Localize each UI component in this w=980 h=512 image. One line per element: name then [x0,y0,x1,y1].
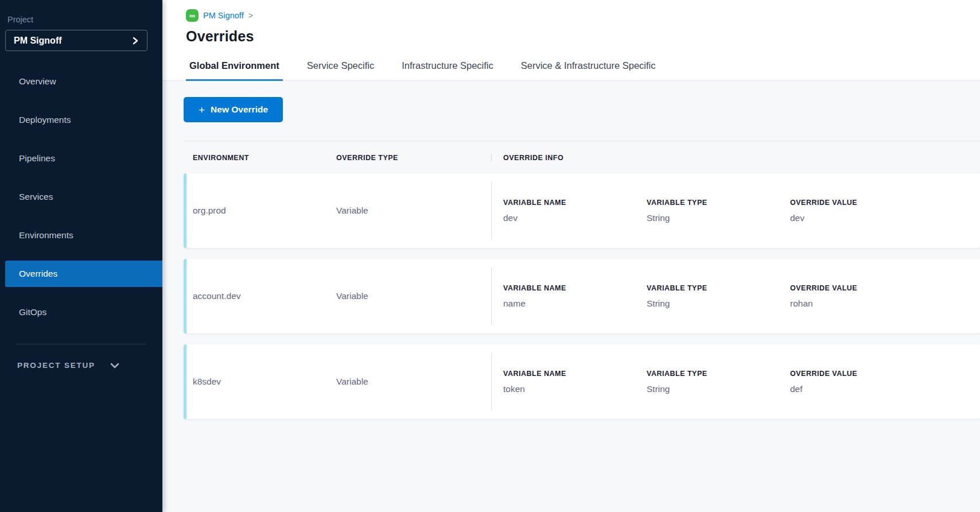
override-value-value: def [790,384,934,394]
table-header-row: ENVIRONMENT OVERRIDE TYPE OVERRIDE INFO [184,141,980,173]
row-environment: k8sdev [193,377,336,387]
override-row[interactable]: k8sdev Variable VARIABLE NAME token VARI… [184,344,980,419]
row-override-info: VARIABLE NAME token VARIABLE TYPE String… [491,353,980,410]
variable-name-cell: VARIABLE NAME name [503,284,647,309]
variable-type-cell: VARIABLE TYPE String [647,370,790,394]
override-row[interactable]: account.dev Variable VARIABLE NAME name … [184,259,980,333]
override-value-cell: OVERRIDE VALUE rohan [790,284,934,309]
project-selector[interactable]: PM Signoff [5,30,147,51]
override-value-label: OVERRIDE VALUE [790,370,934,378]
sidebar-item-label: Environments [19,230,73,241]
row-override-info: VARIABLE NAME name VARIABLE TYPE String … [491,267,980,325]
sidebar: Project PM Signoff Overview Deployments … [0,0,162,512]
sidebar-item[interactable]: Overview [5,68,162,95]
override-value-label: OVERRIDE VALUE [790,284,934,292]
project-setup-toggle[interactable]: PROJECT SETUP [0,361,162,370]
sidebar-item-label: GitOps [19,307,46,317]
project-label: Project [7,15,162,24]
variable-name-label: VARIABLE NAME [503,370,647,378]
sidebar-item[interactable]: Services [5,184,162,210]
project-icon: ∞ [186,9,199,22]
column-header-environment: ENVIRONMENT [193,154,336,162]
row-override-type: Variable [336,205,491,216]
tab-label: Service & Infrastructure Specific [521,60,656,71]
row-environment: account.dev [193,291,336,301]
tab-bar: Global Environment Service Specific Infr… [162,52,980,81]
chevron-right-icon [132,37,139,45]
override-row[interactable]: org.prod Variable VARIABLE NAME dev VARI… [184,173,980,248]
variable-type-value: String [647,213,790,223]
sidebar-item[interactable]: Overrides [5,261,162,287]
new-override-button-label: New Override [211,104,268,115]
page-header: ∞ PM Signoff > Overrides [162,0,980,45]
variable-type-value: String [647,384,790,394]
override-value-label: OVERRIDE VALUE [790,199,934,207]
new-override-button[interactable]: + New Override [184,97,283,122]
variable-name-label: VARIABLE NAME [503,199,647,207]
row-override-info: VARIABLE NAME dev VARIABLE TYPE String O… [491,182,980,239]
row-accent-bar [184,344,186,419]
tab[interactable]: Infrastructure Specific [398,52,497,81]
breadcrumb-project-link[interactable]: PM Signoff [203,11,244,20]
chevron-down-icon [110,363,119,369]
breadcrumb-separator-icon: > [248,11,253,20]
row-accent-bar [184,173,186,248]
tab-content: + New Override ENVIRONMENT OVERRIDE TYPE… [162,81,980,512]
sidebar-item-label: Services [19,192,53,202]
overrides-table: ENVIRONMENT OVERRIDE TYPE OVERRIDE INFO … [184,141,980,419]
variable-name-label: VARIABLE NAME [503,284,647,292]
project-setup-label: PROJECT SETUP [17,361,95,370]
variable-name-cell: VARIABLE NAME token [503,370,647,394]
override-value-value: rohan [790,298,934,309]
sidebar-nav: Overview Deployments Pipelines Services … [0,68,162,325]
sidebar-item[interactable]: GitOps [5,299,162,325]
variable-type-value: String [647,298,790,309]
tab-label: Global Environment [189,60,279,71]
override-value-cell: OVERRIDE VALUE dev [790,199,934,223]
override-info-grid: VARIABLE NAME dev VARIABLE TYPE String O… [492,199,980,223]
override-value-value: dev [790,213,934,223]
variable-type-label: VARIABLE TYPE [647,199,790,207]
plus-icon: + [199,104,205,115]
row-override-type: Variable [336,377,491,387]
override-value-cell: OVERRIDE VALUE def [790,370,934,394]
sidebar-item-label: Overview [19,76,56,87]
variable-name-value: token [503,384,647,394]
project-selector-value: PM Signoff [14,36,62,46]
variable-name-value: dev [503,213,647,223]
sidebar-item-label: Overrides [19,269,57,279]
tab-label: Infrastructure Specific [402,60,493,71]
column-header-override-info: OVERRIDE INFO [491,154,980,162]
tab[interactable]: Global Environment [186,52,283,81]
breadcrumb: ∞ PM Signoff > [186,9,980,22]
tab[interactable]: Service & Infrastructure Specific [518,52,659,81]
tab-label: Service Specific [307,60,374,71]
variable-type-label: VARIABLE TYPE [647,284,790,292]
row-accent-bar [184,259,186,333]
sidebar-divider [16,344,146,344]
variable-name-value: name [503,298,647,309]
variable-name-cell: VARIABLE NAME dev [503,199,647,223]
override-info-grid: VARIABLE NAME name VARIABLE TYPE String … [492,284,980,309]
main-area: ∞ PM Signoff > Overrides Global Environm… [162,0,980,512]
variable-type-cell: VARIABLE TYPE String [647,199,790,223]
page-title: Overrides [186,28,980,45]
sidebar-item[interactable]: Environments [5,222,162,249]
sidebar-item-label: Deployments [19,115,71,125]
override-info-grid: VARIABLE NAME token VARIABLE TYPE String… [492,370,980,394]
sidebar-item[interactable]: Pipelines [5,145,162,172]
variable-type-cell: VARIABLE TYPE String [647,284,790,309]
variable-type-label: VARIABLE TYPE [647,370,790,378]
tab[interactable]: Service Specific [304,52,378,81]
sidebar-item[interactable]: Deployments [5,107,162,133]
row-override-type: Variable [336,291,491,301]
column-header-override-type: OVERRIDE TYPE [336,154,491,162]
sidebar-item-label: Pipelines [19,153,55,164]
row-environment: org.prod [193,205,336,216]
